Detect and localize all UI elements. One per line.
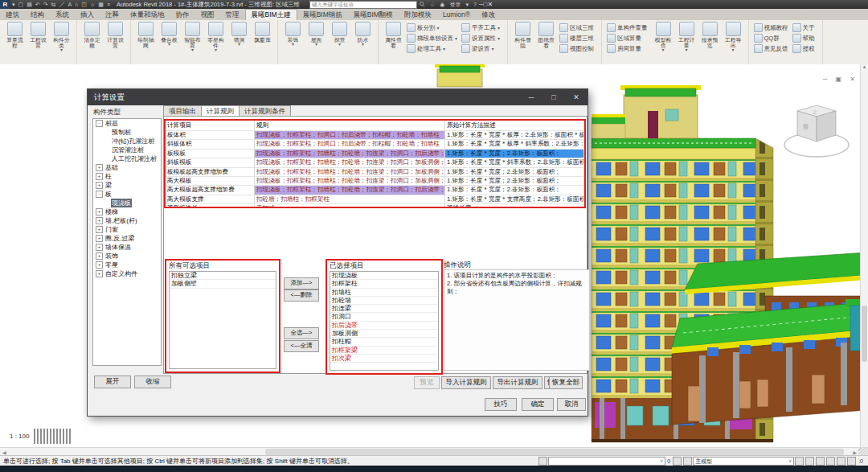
- ribbon-tab-协作[interactable]: 协作: [170, 9, 195, 20]
- ribbon-button-设置属性[interactable]: 设置属性▾: [461, 33, 504, 43]
- available-item-扣独立梁[interactable]: 扣独立梁: [170, 272, 276, 280]
- design-options-selector[interactable]: 主模型˅: [693, 457, 794, 466]
- tree-item-沉管灌注桩[interactable]: 沉管灌注桩: [93, 146, 161, 154]
- ribbon-tab-建筑[interactable]: 建筑: [0, 9, 25, 20]
- expand-icon[interactable]: +: [96, 235, 103, 242]
- horizontal-scroll-thumb[interactable]: [265, 449, 844, 455]
- open-icon[interactable]: ▢: [17, 2, 26, 7]
- component-tree[interactable]: -桩基预制桩冲(钻)孔灌注桩沉管灌注桩人工挖孔灌注桩+基础+柱+梁-板现浇板+楼…: [92, 118, 162, 366]
- ribbon-button-平齐工具[interactable]: 平齐工具▾: [461, 23, 504, 33]
- ribbon-button-模型检查[interactable]: 模型检查▾: [653, 22, 674, 52]
- temporary-hide-icon[interactable]: [53, 429, 55, 444]
- restore-all-button[interactable]: 恢复全部: [549, 376, 583, 389]
- text-icon[interactable]: A: [66, 2, 73, 7]
- ribbon-button-构件分类[interactable]: 构件分类▾: [51, 22, 72, 52]
- selected-items-list[interactable]: 扣现浇板扣框架柱扣墙柱扣砼墙扣连梁扣洞口扣后浇带加板洞侧扣柱帽扣框架梁扣次梁: [330, 271, 439, 371]
- viewcube[interactable]: 前 上: [784, 105, 849, 157]
- import-rules-button[interactable]: 导入计算规则: [441, 376, 491, 389]
- ribbon-button-楼层三维[interactable]: 楼层三维: [559, 33, 598, 43]
- ribbon-tab-注释[interactable]: 注释: [100, 9, 125, 20]
- search-input[interactable]: 键入关键字或短语: [309, 1, 417, 9]
- selected-item-扣框架梁[interactable]: 扣框架梁: [330, 347, 438, 355]
- edit-requests-icon[interactable]: [683, 457, 692, 466]
- selected-item-扣框架柱[interactable]: 扣框架柱: [330, 280, 438, 288]
- expand-icon[interactable]: +: [96, 173, 103, 180]
- ribbon-button-绘制轴网[interactable]: 绘制轴网: [135, 22, 157, 48]
- selected-item-扣洞口[interactable]: 扣洞口: [330, 313, 438, 321]
- scale-display[interactable]: 1 : 100: [10, 433, 29, 440]
- selected-item-扣现浇板[interactable]: 扣现浇板: [330, 272, 438, 280]
- ribbon-button-房间算量[interactable]: 房间算量: [607, 43, 652, 54]
- selected-item-扣柱帽[interactable]: 扣柱帽: [330, 338, 438, 346]
- selected-item-加板洞侧[interactable]: 加板洞侧: [330, 330, 438, 338]
- sign-in-label[interactable]: 登录: [447, 1, 463, 9]
- press-drag-icon[interactable]: [538, 457, 547, 466]
- signin-avatar-icon[interactable]: ◉: [437, 2, 447, 8]
- ribbon-tab-体量和场地[interactable]: 体量和场地: [125, 9, 170, 20]
- transfer-icon[interactable]: ⇆: [50, 2, 58, 7]
- tree-item-人工挖孔灌注桩[interactable]: 人工挖孔灌注桩: [93, 154, 161, 163]
- tree-item-自定义构件[interactable]: +自定义构件: [93, 269, 161, 278]
- ribbon-button-处理工具[interactable]: 处理工具▾: [407, 43, 461, 54]
- table-row[interactable]: 高大模板超高支撑增加费扣现浇板；扣框架柱；扣墙柱；扣砼墙；扣连梁；扣洞口；扣后浇…: [166, 186, 584, 195]
- ribbon-button-构件显隐[interactable]: 构件显隐: [512, 22, 534, 48]
- exchange-apps-icon[interactable]: ☆: [428, 2, 437, 8]
- tree-item-装饰[interactable]: +装饰: [93, 252, 161, 261]
- selected-item-扣墙柱[interactable]: 扣墙柱: [330, 289, 438, 297]
- expand-icon[interactable]: +: [96, 261, 103, 269]
- ribbon-tab-管理[interactable]: 管理: [220, 9, 245, 20]
- expand-icon[interactable]: +: [96, 164, 103, 171]
- shadows-icon[interactable]: [40, 429, 42, 444]
- table-row[interactable]: 高大模板扣现浇板；扣框架柱；扣墙柱；扣砼墙；扣连梁；扣洞口；加板洞侧；...1.…: [166, 177, 584, 186]
- ribbon-button-板分割[interactable]: 板分割▾: [407, 23, 461, 33]
- ribbon-button-飘窗库[interactable]: 飘窗库: [252, 22, 273, 43]
- ribbon-button-梁设置[interactable]: 梁设置▾: [461, 43, 504, 54]
- ribbon-button-授权[interactable]: 授权: [792, 43, 819, 54]
- available-item-加板侧壁[interactable]: 加板侧壁: [170, 280, 276, 288]
- dialog-maximize-button[interactable]: □: [542, 89, 565, 105]
- dialog-close-button[interactable]: ✕: [565, 89, 588, 105]
- ribbon-button-工程设置[interactable]: 工程设置: [27, 22, 49, 48]
- app-menu-icon[interactable]: ▾: [10, 2, 17, 7]
- select-links-icon[interactable]: [795, 457, 804, 466]
- expand-icon[interactable]: +: [96, 244, 103, 251]
- dialog-title-bar[interactable]: 计算设置 ─□✕: [88, 89, 588, 105]
- table-row[interactable]: 斜板模板扣现浇板；扣框架柱；扣墙柱；扣砼墙；扣连梁；扣洞口；加板洞侧；...1.…: [166, 158, 584, 167]
- ribbon-button-计算设置[interactable]: 计算设置: [104, 22, 126, 48]
- expand-icon[interactable]: +: [96, 217, 103, 224]
- ribbon-button-梯段单独设置[interactable]: 梯段单独设置▾: [407, 33, 461, 43]
- ribbon-button-区域算量[interactable]: 区域算量: [607, 33, 652, 43]
- ribbon-tab-晨曦BIM钢筋[interactable]: 晨曦BIM钢筋: [297, 9, 348, 20]
- ribbon-button-视频教程[interactable]: 视频教程: [754, 23, 792, 33]
- cancel-button[interactable]: 取消: [557, 398, 586, 411]
- selected-item-扣次梁[interactable]: 扣次梁: [330, 355, 438, 363]
- worksets-selector[interactable]: ˅: [548, 457, 665, 466]
- ribbon-tab-附加模块[interactable]: 附加模块: [399, 9, 437, 20]
- vertical-scrollbar[interactable]: ▲: [860, 64, 868, 447]
- ribbon-button-关于[interactable]: 关于: [792, 23, 819, 33]
- ribbon-tab-视图[interactable]: 视图: [195, 9, 220, 20]
- dialog-tab-项目输出[interactable]: 项目输出: [163, 105, 201, 117]
- available-items-list[interactable]: 扣独立梁加板侧壁: [169, 271, 276, 369]
- select-by-face-icon[interactable]: [826, 457, 835, 466]
- tree-item-楼梯[interactable]: +楼梯: [93, 207, 161, 216]
- ribbon-button-区域三维[interactable]: 区域三维: [559, 23, 598, 33]
- ribbon-button-意见反馈[interactable]: 意见反馈: [754, 43, 792, 54]
- search-icon[interactable]: [417, 2, 428, 8]
- selected-item-扣连梁[interactable]: 扣连梁: [330, 305, 438, 313]
- ribbon-button-图纸查看[interactable]: 图纸查看: [535, 22, 557, 48]
- ribbon-button-屋面[interactable]: 屋面▾: [305, 22, 327, 47]
- preview-button[interactable]: 预览: [414, 376, 440, 389]
- tree-item-梁[interactable]: +梁: [93, 181, 161, 190]
- redo-icon[interactable]: ↷: [42, 2, 50, 7]
- sun-path-icon[interactable]: [43, 429, 45, 444]
- tree-item-基础[interactable]: +基础: [93, 163, 161, 172]
- worksets-icon[interactable]: [66, 429, 68, 444]
- tree-item-柱[interactable]: +柱: [93, 172, 161, 181]
- save-icon[interactable]: ▤: [25, 2, 34, 7]
- section-icon[interactable]: ◫: [80, 2, 88, 7]
- ribbon-button-零星构件[interactable]: 零星构件▾: [205, 22, 227, 52]
- export-rules-button[interactable]: 导出计算规则: [493, 376, 542, 389]
- collapse-icon[interactable]: -: [96, 120, 103, 127]
- ribbon-button-装饰[interactable]: 装饰▾: [282, 22, 304, 47]
